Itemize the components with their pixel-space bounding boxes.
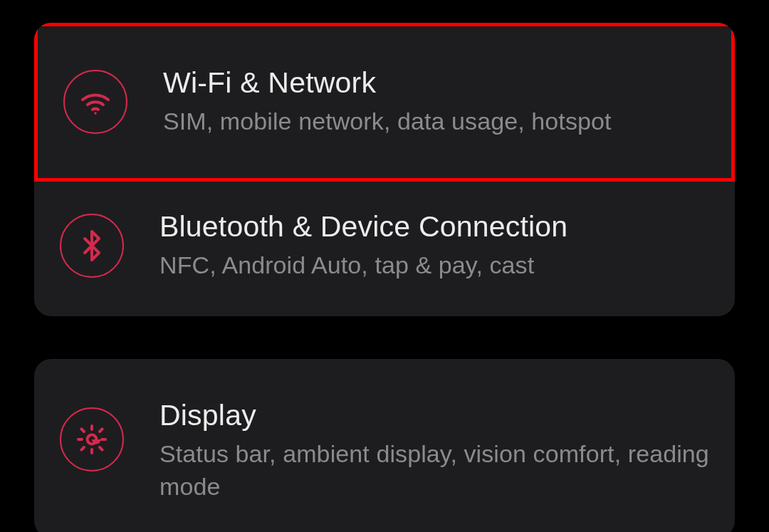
settings-row-title: Display (159, 399, 709, 432)
settings-row-subtitle: SIM, mobile network, data usage, hotspot (163, 105, 706, 138)
settings-row-bluetooth-device[interactable]: Bluetooth & Device Connection NFC, Andro… (34, 182, 735, 316)
brightness-icon (60, 407, 124, 471)
settings-row-text: Bluetooth & Device Connection NFC, Andro… (159, 210, 709, 282)
settings-row-subtitle: NFC, Android Auto, tap & pay, cast (159, 249, 709, 282)
settings-row-text: Wi-Fi & Network SIM, mobile network, dat… (163, 66, 706, 138)
settings-card-display: Display Status bar, ambient display, vis… (34, 359, 735, 532)
svg-line-8 (81, 447, 84, 450)
settings-row-text: Display Status bar, ambient display, vis… (159, 399, 709, 504)
settings-row-wifi-network[interactable]: Wi-Fi & Network SIM, mobile network, dat… (34, 23, 735, 182)
svg-line-5 (100, 447, 103, 450)
bluetooth-icon (60, 214, 124, 278)
settings-row-subtitle: Status bar, ambient display, vision comf… (159, 438, 709, 504)
settings-row-display[interactable]: Display Status bar, ambient display, vis… (34, 359, 735, 532)
settings-card-connectivity: Wi-Fi & Network SIM, mobile network, dat… (34, 23, 735, 316)
wifi-icon (63, 70, 127, 134)
settings-row-title: Wi-Fi & Network (163, 66, 706, 100)
svg-line-4 (81, 429, 84, 432)
settings-row-title: Bluetooth & Device Connection (159, 210, 709, 244)
svg-line-9 (100, 429, 103, 432)
svg-point-0 (94, 113, 97, 115)
